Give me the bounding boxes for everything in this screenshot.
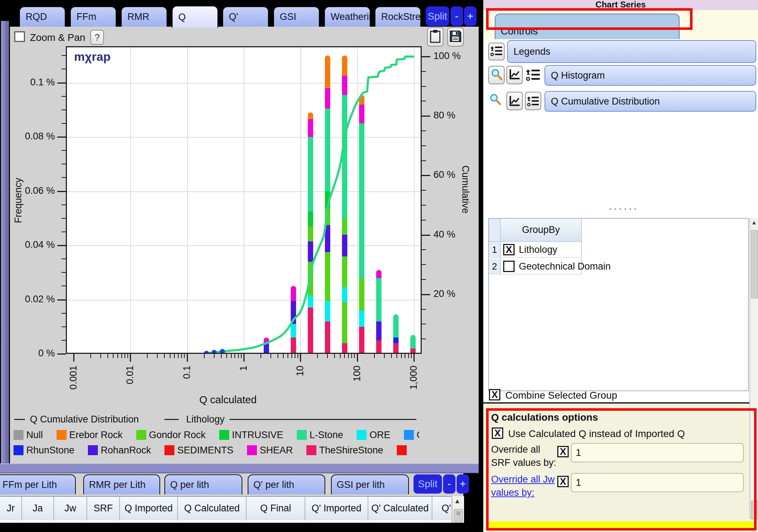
panel-splitter[interactable] bbox=[569, 208, 676, 212]
x-minor-tick bbox=[164, 354, 165, 358]
tab-weathering[interactable]: Weathering bbox=[324, 6, 370, 27]
override-jw-link[interactable]: Override all Jw values by: bbox=[491, 473, 557, 499]
scrollbar-thumb[interactable]: ≡ bbox=[454, 509, 463, 522]
y-right-tick bbox=[422, 294, 430, 295]
x-minor-tick bbox=[127, 354, 128, 358]
column-header-jr[interactable]: Jr bbox=[0, 497, 22, 520]
column-header-q-calculated[interactable]: Q' Calculated bbox=[368, 497, 432, 520]
x-minor-tick bbox=[260, 354, 261, 358]
column-header-q-[interactable]: Q' bbox=[432, 497, 451, 520]
column-header-ja[interactable]: Ja bbox=[22, 497, 54, 520]
legend-swatch bbox=[357, 430, 367, 440]
column-header-q-calculated[interactable]: Q Calculated bbox=[178, 497, 247, 520]
copy-chart-button[interactable] bbox=[427, 27, 443, 47]
legend-swatch bbox=[404, 430, 414, 440]
groupby-rownum-2: 2 bbox=[489, 259, 501, 275]
y-left-minor-tick bbox=[62, 340, 66, 341]
right-panel-scrollbar[interactable]: ▲ bbox=[749, 218, 758, 519]
column-header-q-imported[interactable]: Q' Imported bbox=[305, 497, 368, 520]
series2-list-button[interactable] bbox=[525, 92, 541, 110]
tab-rqd[interactable]: RQD bbox=[19, 6, 65, 27]
y-left-tick-label: 0.08 % bbox=[11, 131, 55, 142]
legend-item-sediments: SEDIMENTS bbox=[164, 445, 233, 456]
y-right-minor-tick bbox=[422, 190, 426, 191]
groupby-header-cell[interactable]: GroupBy bbox=[501, 219, 582, 242]
x-tick-label: 0.01 bbox=[125, 366, 136, 384]
column-header-jw[interactable]: Jw bbox=[54, 497, 87, 520]
series2-zoom-icon[interactable] bbox=[489, 93, 505, 110]
x-tick bbox=[357, 354, 358, 362]
scroll-up-icon[interactable]: ▲ bbox=[454, 498, 460, 505]
app-root: Split - + Zoom & Pan ? mχrap 0 %0.02 %0.… bbox=[0, 0, 758, 532]
x-minor-tick bbox=[317, 354, 318, 358]
legend-series-label: Q Cumulative Distribution bbox=[30, 414, 139, 425]
bottom-split-button[interactable]: Split bbox=[414, 474, 442, 494]
series1-zoom-button[interactable] bbox=[488, 66, 505, 84]
tab-gsi[interactable]: GSI bbox=[273, 6, 320, 27]
override-jw-checkbox[interactable]: X bbox=[557, 476, 569, 487]
y-right-minor-tick bbox=[422, 309, 426, 310]
bottom-tab-gsi-per-lith[interactable]: GSI per lith bbox=[331, 474, 409, 494]
scrollbar-thumb-lower[interactable] bbox=[751, 501, 758, 519]
bottom-tab-ffm-per-lith[interactable]: FFm per Lith bbox=[0, 474, 76, 494]
legend-item-ore: ORE bbox=[357, 430, 390, 441]
series-button-q-histogram[interactable]: Q Histogram bbox=[544, 65, 756, 86]
groupby-checkbox-geotechnical-domain[interactable] bbox=[503, 261, 515, 272]
series-button-q-cumulative[interactable]: Q Cumulative Distribution bbox=[544, 91, 756, 112]
legend-label: OTHER bbox=[417, 430, 419, 441]
x-minor-tick bbox=[408, 354, 409, 358]
override-jw-input[interactable] bbox=[571, 473, 744, 492]
add-split-button[interactable]: + bbox=[464, 6, 477, 26]
zoom-pan-checkbox[interactable] bbox=[14, 31, 25, 42]
scrollbar-thumb[interactable] bbox=[751, 230, 758, 298]
groupby-label: Geotechnical Domain bbox=[519, 261, 611, 272]
tab-controls[interactable]: Controls bbox=[495, 14, 680, 39]
column-header-srf[interactable]: SRF bbox=[87, 497, 120, 520]
x-minor-tick bbox=[174, 354, 175, 358]
series2-chart-button[interactable] bbox=[506, 92, 523, 110]
x-tick-label: 0.001 bbox=[68, 366, 79, 390]
column-header-q-final[interactable]: Q Final bbox=[247, 497, 305, 520]
series1-chart-button[interactable] bbox=[506, 66, 523, 84]
bottom-add-split-button[interactable]: + bbox=[457, 474, 469, 494]
column-header-q-imported[interactable]: Q Imported bbox=[120, 497, 178, 520]
x-minor-tick bbox=[396, 354, 397, 358]
bottom-tab-rmr-per-lith[interactable]: RMR per Lith bbox=[83, 474, 160, 494]
tab-ffm[interactable]: FFm bbox=[70, 6, 116, 27]
series1-list-icon[interactable] bbox=[526, 68, 542, 83]
bottom-table-row[interactable] bbox=[0, 520, 451, 523]
tab-q[interactable]: Q bbox=[172, 6, 218, 28]
tab-rmr[interactable]: RMR bbox=[121, 6, 167, 27]
bottom-remove-split-button[interactable]: - bbox=[443, 474, 456, 494]
legend-list-button[interactable] bbox=[488, 43, 505, 60]
groupby-checkbox-lithology[interactable]: X bbox=[503, 244, 515, 255]
legend-group-line bbox=[164, 419, 179, 420]
combine-selected-group-checkbox[interactable]: X bbox=[489, 389, 500, 400]
bottom-table-scrollbar[interactable]: ▲ ≡ bbox=[452, 496, 464, 523]
x-minor-tick bbox=[384, 354, 385, 358]
tab-q-[interactable]: Q' bbox=[222, 6, 269, 27]
groupby-rownum-1: 1 bbox=[489, 242, 501, 258]
remove-split-button[interactable]: - bbox=[451, 6, 463, 26]
override-srf-checkbox[interactable]: X bbox=[557, 446, 569, 457]
y-left-tick-label: 0.04 % bbox=[11, 239, 55, 250]
legend-swatch bbox=[397, 445, 407, 455]
tab-rockstrength[interactable]: RockStrength bbox=[375, 6, 421, 27]
split-button[interactable]: Split bbox=[426, 6, 449, 26]
y-axis-label-cumulative: Cumulative bbox=[460, 165, 471, 213]
line-chart-icon bbox=[509, 68, 521, 82]
y-left-minor-tick bbox=[62, 259, 66, 259]
use-calculated-q-checkbox[interactable]: X bbox=[492, 427, 503, 439]
help-button[interactable]: ? bbox=[90, 30, 104, 45]
legend-swatch bbox=[219, 430, 229, 440]
override-srf-input[interactable] bbox=[571, 443, 744, 462]
scroll-up-icon[interactable]: ▲ bbox=[751, 219, 757, 226]
x-minor-tick bbox=[278, 354, 278, 358]
x-minor-tick bbox=[348, 354, 349, 358]
bottom-tab-q-per-lith[interactable]: Q per lith bbox=[164, 474, 242, 494]
x-minor-tick bbox=[340, 354, 341, 358]
bottom-tab-q-per-lith[interactable]: Q' per lith bbox=[248, 474, 325, 494]
bottom-window-splitter[interactable] bbox=[0, 463, 479, 473]
save-chart-button[interactable] bbox=[447, 27, 464, 47]
legends-button[interactable]: Legends bbox=[507, 40, 756, 63]
